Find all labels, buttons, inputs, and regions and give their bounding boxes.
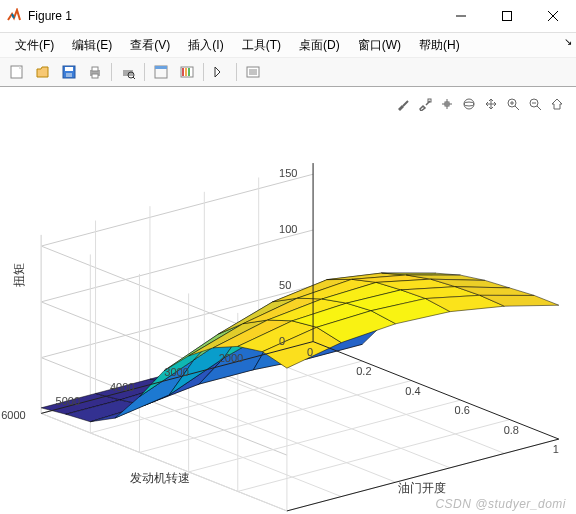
y-axis-label: 发动机转速 bbox=[130, 470, 190, 487]
watermark-text: CSDN @studyer_domi bbox=[435, 497, 566, 511]
svg-rect-18 bbox=[185, 68, 187, 76]
save-button[interactable] bbox=[57, 60, 81, 84]
svg-line-65 bbox=[238, 420, 510, 492]
menu-tools[interactable]: 工具(T) bbox=[233, 35, 290, 56]
axis-tick: 100 bbox=[279, 223, 297, 235]
axis-tick: 2000 bbox=[219, 352, 243, 364]
link-property-button[interactable] bbox=[241, 60, 265, 84]
axis-tick: 6000 bbox=[1, 409, 25, 421]
svg-line-43 bbox=[41, 230, 313, 302]
edit-plot-button[interactable] bbox=[208, 60, 232, 84]
menu-bar: 文件(F) 编辑(E) 查看(V) 插入(I) 工具(T) 桌面(D) 窗口(W… bbox=[0, 33, 576, 58]
svg-line-55 bbox=[41, 413, 287, 511]
svg-line-13 bbox=[133, 77, 135, 79]
svg-rect-6 bbox=[65, 67, 73, 71]
menu-util-icon[interactable]: ↘ bbox=[564, 36, 572, 47]
svg-rect-15 bbox=[155, 66, 167, 69]
axis-tick: 3000 bbox=[164, 366, 188, 378]
insert-colorbar-button[interactable] bbox=[175, 60, 199, 84]
menu-file[interactable]: 文件(F) bbox=[6, 35, 63, 56]
axis-tick: 0.8 bbox=[504, 424, 519, 436]
matlab-logo-icon bbox=[6, 8, 22, 24]
axis-tick: 1 bbox=[553, 443, 559, 455]
menu-desktop[interactable]: 桌面(D) bbox=[290, 35, 349, 56]
dock-button[interactable] bbox=[149, 60, 173, 84]
menu-insert[interactable]: 插入(I) bbox=[179, 35, 232, 56]
svg-line-63 bbox=[189, 400, 461, 472]
print-preview-button[interactable] bbox=[116, 60, 140, 84]
svg-rect-19 bbox=[188, 68, 190, 76]
axis-tick: 5000 bbox=[56, 395, 80, 407]
maximize-button[interactable] bbox=[484, 0, 530, 32]
axis-tick: 0.2 bbox=[356, 365, 371, 377]
axis-tick: 0.4 bbox=[405, 385, 420, 397]
z-axis-label: 扭矩 bbox=[11, 263, 28, 287]
figure-toolbar bbox=[0, 58, 576, 87]
open-button[interactable] bbox=[31, 60, 55, 84]
menu-view[interactable]: 查看(V) bbox=[121, 35, 179, 56]
svg-line-68 bbox=[313, 342, 559, 440]
menu-edit[interactable]: 编辑(E) bbox=[63, 35, 121, 56]
minimize-button[interactable] bbox=[438, 0, 484, 32]
menu-window[interactable]: 窗口(W) bbox=[349, 35, 410, 56]
svg-line-45 bbox=[41, 174, 313, 246]
axis-tick: 50 bbox=[279, 279, 291, 291]
axis-tick: 0 bbox=[279, 335, 285, 347]
axis-tick: 150 bbox=[279, 167, 297, 179]
x-axis-label: 油门开度 bbox=[398, 480, 446, 497]
print-button[interactable] bbox=[83, 60, 107, 84]
svg-rect-9 bbox=[92, 67, 98, 71]
window-title: Figure 1 bbox=[28, 9, 72, 23]
axis-tick: 0 bbox=[307, 346, 313, 358]
close-button[interactable] bbox=[530, 0, 576, 32]
svg-line-51 bbox=[150, 385, 396, 483]
axis-tick: 4000 bbox=[110, 381, 134, 393]
axis-tick: 0.6 bbox=[455, 404, 470, 416]
axes-canvas[interactable]: 扭矩 油门开度 发动机转速 05010015020003000400050006… bbox=[0, 87, 576, 514]
svg-rect-17 bbox=[182, 68, 184, 76]
menu-help[interactable]: 帮助(H) bbox=[410, 35, 469, 56]
svg-rect-1 bbox=[503, 12, 512, 21]
svg-rect-10 bbox=[92, 74, 98, 78]
title-bar: Figure 1 bbox=[0, 0, 576, 33]
new-figure-button[interactable] bbox=[5, 60, 29, 84]
svg-rect-7 bbox=[66, 73, 72, 77]
figure-window: Figure 1 文件(F) 编辑(E) 查看(V) 插入(I) 工具(T) 桌… bbox=[0, 0, 576, 514]
surface-plot bbox=[0, 87, 576, 514]
